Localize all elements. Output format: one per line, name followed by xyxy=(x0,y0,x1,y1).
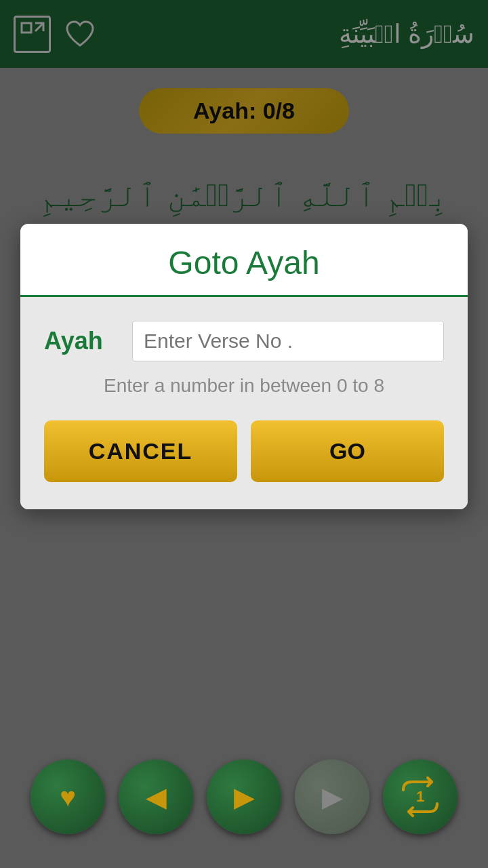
prev-icon: ◀ xyxy=(146,781,167,812)
cancel-button[interactable]: CANCEL xyxy=(44,420,237,482)
play-icon: ▶ xyxy=(234,781,255,812)
dialog-body: Ayah Enter a number in between 0 to 8 CA… xyxy=(20,297,468,509)
hint-text: Enter a number in between 0 to 8 xyxy=(44,375,444,397)
ayah-input-row: Ayah xyxy=(44,321,444,361)
favorite-nav-button[interactable]: ♥ xyxy=(30,760,105,834)
repeat-count: 1 xyxy=(416,788,424,806)
dialog-title-area: Goto Ayah xyxy=(20,224,468,297)
play-button[interactable]: ▶ xyxy=(207,760,281,834)
ayah-label: Ayah xyxy=(44,327,119,355)
go-button[interactable]: GO xyxy=(251,420,444,482)
dialog-title: Goto Ayah xyxy=(34,244,454,281)
goto-ayah-dialog: Goto Ayah Ayah Enter a number in between… xyxy=(20,224,468,509)
heart-nav-icon: ♥ xyxy=(60,782,76,812)
repeat-button[interactable]: 1 xyxy=(383,760,458,834)
dialog-buttons: CANCEL GO xyxy=(44,420,444,482)
prev-button[interactable]: ◀ xyxy=(119,760,193,834)
verse-number-input[interactable] xyxy=(132,321,444,361)
next-button[interactable]: ▶ xyxy=(295,760,369,834)
next-icon: ▶ xyxy=(322,781,343,812)
bottom-nav: ♥ ◀ ▶ ▶ 1 xyxy=(0,760,488,834)
overlay: Goto Ayah Ayah Enter a number in between… xyxy=(0,0,488,868)
